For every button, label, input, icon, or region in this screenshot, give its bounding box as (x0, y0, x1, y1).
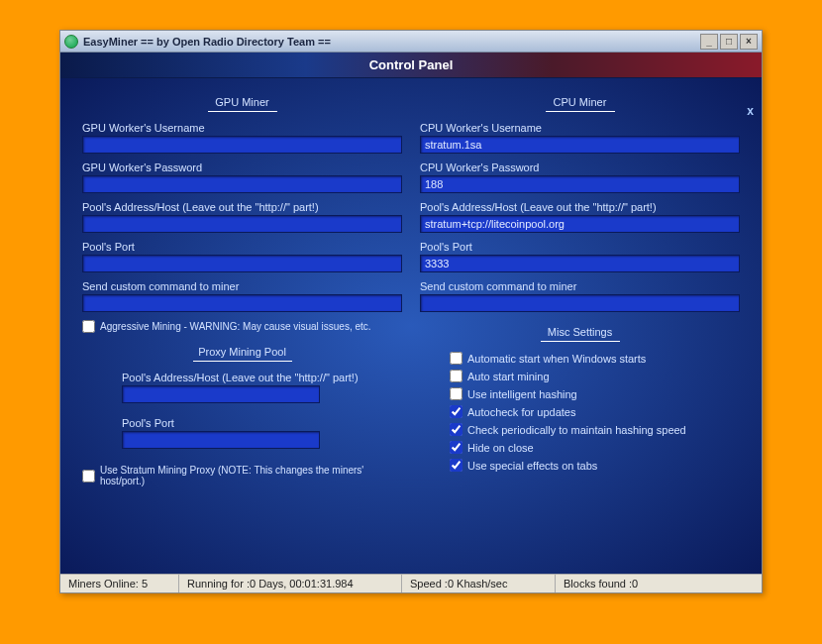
status-miners: Miners Online: 5 (60, 575, 179, 592)
misc-section-title: Misc Settings (420, 326, 740, 338)
gpu-underline (208, 111, 277, 112)
misc-item-row: Auto start mining (450, 370, 740, 382)
app-window: EasyMiner == by Open Radio Directory Tea… (59, 30, 763, 593)
proxy-host-input[interactable] (122, 385, 320, 403)
gpu-port-input[interactable] (82, 255, 402, 272)
panel-body: x GPU Miner GPU Worker's Username GPU Wo… (60, 78, 762, 574)
aggressive-mining-row: Aggressive Mining - WARNING: May cause v… (82, 320, 402, 333)
window-controls: _ □ × (700, 34, 758, 50)
misc-item-row: Use special effects on tabs (450, 459, 740, 472)
aggressive-mining-checkbox[interactable] (82, 320, 95, 333)
misc-item-label: Hide on close (467, 442, 534, 454)
panel-header: Control Panel (60, 53, 762, 78)
gpu-password-input[interactable] (82, 175, 402, 193)
proxy-host-label: Pool's Address/Host (Leave out the "http… (122, 372, 402, 383)
cpu-password-label: CPU Worker's Password (420, 161, 740, 173)
status-blocks: Blocks found :0 (556, 575, 762, 592)
cpu-port-label: Pool's Port (420, 241, 740, 253)
window-title: EasyMiner == by Open Radio Directory Tea… (83, 36, 700, 48)
misc-item-checkbox[interactable] (450, 441, 462, 454)
gpu-section-title: GPU Miner (82, 96, 402, 108)
minimize-button[interactable]: _ (700, 34, 718, 50)
left-column: GPU Miner GPU Worker's Username GPU Work… (82, 96, 402, 491)
cpu-host-label: Pool's Address/Host (Leave out the "http… (420, 201, 740, 213)
misc-item-row: Automatic start when Windows starts (450, 352, 740, 365)
misc-item-label: Auto start mining (467, 371, 550, 382)
misc-item-checkbox[interactable] (450, 405, 462, 418)
stratum-proxy-label: Use Stratum Mining Proxy (NOTE: This cha… (100, 465, 402, 486)
gpu-host-label: Pool's Address/Host (Leave out the "http… (82, 201, 402, 213)
close-button[interactable]: × (740, 34, 758, 50)
gpu-port-label: Pool's Port (82, 241, 402, 253)
statusbar: Miners Online: 5 Running for :0 Days, 00… (60, 574, 762, 592)
misc-item-label: Use special effects on tabs (467, 460, 597, 472)
misc-item-row: Check periodically to maintain hashing s… (450, 423, 740, 436)
misc-item-row: Use intelligent hashing (450, 387, 740, 400)
misc-item-row: Autocheck for updates (450, 405, 740, 418)
panel-close-icon[interactable]: x (747, 104, 754, 118)
misc-item-checkbox[interactable] (450, 370, 462, 382)
misc-item-label: Automatic start when Windows starts (467, 353, 646, 365)
gpu-custom-input[interactable] (82, 294, 402, 312)
misc-item-checkbox[interactable] (450, 387, 462, 400)
misc-item-checkbox[interactable] (450, 352, 462, 365)
gpu-password-label: GPU Worker's Password (82, 161, 402, 173)
cpu-custom-input[interactable] (420, 294, 740, 312)
cpu-username-label: CPU Worker's Username (420, 122, 740, 134)
misc-item-label: Autocheck for updates (467, 406, 575, 418)
proxy-port-label: Pool's Port (122, 417, 402, 429)
misc-item-label: Use intelligent hashing (467, 388, 577, 400)
stratum-proxy-row: Use Stratum Mining Proxy (NOTE: This cha… (82, 465, 402, 486)
misc-item-label: Check periodically to maintain hashing s… (467, 424, 686, 436)
right-column: CPU Miner CPU Worker's Username CPU Work… (420, 96, 740, 491)
cpu-host-input[interactable] (420, 215, 740, 233)
aggressive-mining-label: Aggressive Mining - WARNING: May cause v… (100, 321, 371, 332)
misc-settings-list: Automatic start when Windows startsAuto … (420, 352, 740, 472)
cpu-custom-label: Send custom command to miner (420, 280, 740, 292)
proxy-port-input[interactable] (122, 431, 320, 449)
misc-underline (541, 341, 620, 342)
status-running: Running for :0 Days, 00:01:31.984 (179, 575, 402, 592)
cpu-username-input[interactable] (420, 136, 740, 154)
status-speed: Speed :0 Khash/sec (402, 575, 556, 592)
misc-item-checkbox[interactable] (450, 459, 462, 472)
cpu-password-input[interactable] (420, 175, 740, 193)
maximize-button[interactable]: □ (720, 34, 738, 50)
cpu-section-title: CPU Miner (420, 96, 740, 108)
app-icon (64, 35, 78, 49)
gpu-username-input[interactable] (82, 136, 402, 154)
stratum-proxy-checkbox[interactable] (82, 470, 95, 483)
misc-item-checkbox[interactable] (450, 423, 462, 436)
titlebar: EasyMiner == by Open Radio Directory Tea… (60, 31, 762, 53)
cpu-underline (546, 111, 615, 112)
proxy-section-title: Proxy Mining Pool (82, 346, 402, 358)
gpu-username-label: GPU Worker's Username (82, 122, 402, 134)
gpu-host-input[interactable] (82, 215, 402, 233)
proxy-underline (193, 361, 292, 362)
cpu-port-input[interactable] (420, 255, 740, 272)
panel-title: Control Panel (369, 57, 454, 72)
gpu-custom-label: Send custom command to miner (82, 280, 402, 292)
misc-item-row: Hide on close (450, 441, 740, 454)
